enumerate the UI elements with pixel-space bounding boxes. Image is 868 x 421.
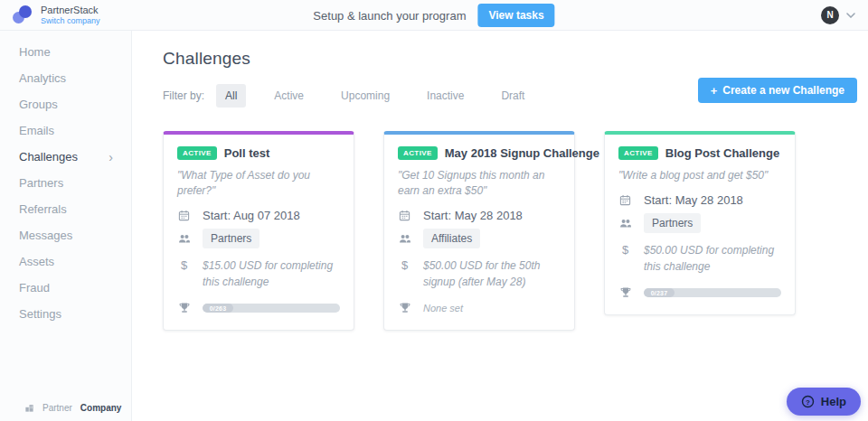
challenge-description: "Get 10 Signups this month an earn an ex…	[398, 168, 561, 199]
trophy-icon	[398, 302, 411, 315]
card-header: ACTIVE Poll test	[177, 146, 340, 160]
reward-row: $ $15.00 USD for completing this challen…	[177, 258, 340, 290]
sidebar-nav: Home › Analytics › Groups › Emails › Cha…	[0, 39, 131, 327]
filter-active[interactable]: Active	[265, 84, 313, 108]
audience-chip: Partners	[203, 229, 259, 248]
progress-none: None set	[423, 302, 463, 315]
audience-chip: Affiliates	[423, 229, 480, 248]
sidebar-item-partners[interactable]: Partners ›	[0, 170, 131, 196]
challenge-card[interactable]: ACTIVE Poll test "What Type of Asset do …	[163, 131, 354, 331]
sidebar-item-fraud[interactable]: Fraud ›	[0, 275, 131, 301]
start-date: Start: May 28 2018	[644, 193, 743, 207]
audience-row: Partners	[177, 232, 340, 248]
filter-all[interactable]: All	[216, 84, 246, 108]
trophy-icon	[618, 286, 632, 300]
reward-row: $ $50.00 USD for completing this challen…	[618, 243, 781, 275]
card-header: ACTIVE Blog Post Challenge	[618, 146, 781, 160]
filter-inactive[interactable]: Inactive	[418, 84, 473, 108]
sidebar-item-analytics[interactable]: Analytics ›	[0, 65, 131, 91]
audience-chip: Partners	[644, 213, 701, 233]
sidebar-item-label: Referrals	[19, 202, 67, 216]
sidebar-item-emails[interactable]: Emails ›	[0, 117, 131, 144]
reward-text: $50.00 USD for completing this challenge	[644, 242, 781, 275]
challenge-card[interactable]: ACTIVE May 2018 Signup Challenge "Get 10…	[383, 131, 575, 331]
sidebar-item-label: Partners	[19, 176, 63, 190]
sidebar-item-label: Fraud	[19, 281, 50, 295]
brand-text: PartnerStack Switch company	[41, 5, 100, 25]
sidebar-item-label: Emails	[19, 124, 54, 137]
challenge-title: May 2018 Signup Challenge	[445, 146, 599, 160]
start-row: Start: May 28 2018	[618, 193, 781, 207]
reward-text: $15.00 USD for completing this challenge	[203, 257, 340, 290]
sidebar-item-label: Analytics	[19, 71, 66, 85]
progress-label: 0/263	[203, 304, 233, 313]
help-button[interactable]: ? Help	[787, 388, 861, 416]
company-toggle[interactable]: Company	[80, 403, 122, 413]
sidebar-item-assets[interactable]: Assets ›	[0, 248, 131, 275]
avatar[interactable]: N	[821, 6, 839, 24]
progress-label: 0/237	[644, 288, 675, 297]
topbar: PartnerStack Switch company Setup & laun…	[0, 0, 868, 31]
challenge-cards: ACTIVE Poll test "What Type of Asset do …	[163, 131, 868, 331]
calendar-icon	[398, 209, 411, 222]
dollar-icon: $	[398, 258, 411, 272]
dollar-icon: $	[618, 243, 632, 257]
brand-name: PartnerStack	[41, 5, 100, 16]
sidebar-item-label: Settings	[19, 307, 61, 321]
sidebar-item-label: Groups	[19, 98, 58, 111]
setup-text: Setup & launch your program	[313, 9, 466, 23]
sidebar-item-label: Home	[19, 45, 51, 59]
chevron-right-icon: ›	[108, 151, 113, 164]
create-challenge-button[interactable]: + Create a new Challenge	[698, 78, 857, 103]
users-icon	[398, 232, 411, 246]
account-menu: N	[821, 6, 855, 24]
challenge-title: Blog Post Challenge	[665, 146, 779, 160]
reward-text: $50.00 USD for the 50th signup (after Ma…	[423, 257, 561, 290]
sidebar-item-messages[interactable]: Messages ›	[0, 222, 131, 248]
start-date: Start: Aug 07 2018	[203, 209, 300, 222]
question-icon: ?	[801, 395, 815, 408]
filter-label: Filter by:	[163, 89, 204, 102]
trophy-icon	[177, 302, 191, 315]
sidebar-item-settings[interactable]: Settings ›	[0, 301, 131, 327]
plus-icon: +	[711, 85, 718, 97]
svg-text:?: ?	[806, 398, 810, 407]
users-icon	[618, 217, 632, 230]
chevron-down-icon[interactable]	[846, 13, 855, 18]
progress-bar: 0/237	[644, 288, 781, 297]
sidebar-item-label: Challenges	[19, 150, 78, 164]
sidebar-item-groups[interactable]: Groups ›	[0, 91, 131, 117]
brand[interactable]: PartnerStack Switch company	[13, 5, 100, 25]
progress-row: 0/237	[618, 286, 781, 300]
calendar-icon	[177, 209, 191, 222]
status-badge: ACTIVE	[398, 146, 438, 160]
status-badge: ACTIVE	[618, 146, 658, 160]
challenge-description: "What Type of Asset do you prefer?"	[177, 168, 340, 199]
dollar-icon: $	[177, 258, 191, 272]
account-type-toggle: Partner Company	[24, 403, 121, 413]
sidebar-item-label: Assets	[19, 255, 54, 268]
partner-toggle[interactable]: Partner	[42, 403, 72, 413]
users-icon	[177, 232, 191, 246]
status-badge: ACTIVE	[177, 146, 217, 160]
sidebar-item-referrals[interactable]: Referrals ›	[0, 196, 131, 222]
sidebar-item-home[interactable]: Home ›	[0, 39, 131, 65]
setup-banner: Setup & launch your program View tasks	[313, 0, 554, 31]
start-row: Start: May 28 2018	[398, 209, 561, 222]
filter-upcoming[interactable]: Upcoming	[332, 84, 399, 108]
progress-bar: 0/263	[203, 304, 340, 313]
sidebar: Home › Analytics › Groups › Emails › Cha…	[0, 31, 132, 421]
challenge-title: Poll test	[224, 146, 270, 160]
filter-draft[interactable]: Draft	[492, 84, 533, 108]
create-challenge-label: Create a new Challenge	[722, 84, 844, 97]
audience-row: Affiliates	[398, 232, 561, 248]
challenge-card[interactable]: ACTIVE Blog Post Challenge "Write a blog…	[604, 131, 796, 315]
main-content: Challenges Filter by: AllActiveUpcomingI…	[132, 31, 868, 421]
switch-company-link[interactable]: Switch company	[41, 16, 100, 25]
page-title: Challenges	[163, 49, 868, 69]
view-tasks-button[interactable]: View tasks	[477, 4, 554, 27]
sidebar-item-challenges[interactable]: Challenges ›	[0, 144, 131, 170]
audience-row: Partners	[618, 217, 781, 233]
challenge-description: "Write a blog post and get $50"	[618, 168, 781, 183]
progress-row: None set	[398, 302, 561, 315]
